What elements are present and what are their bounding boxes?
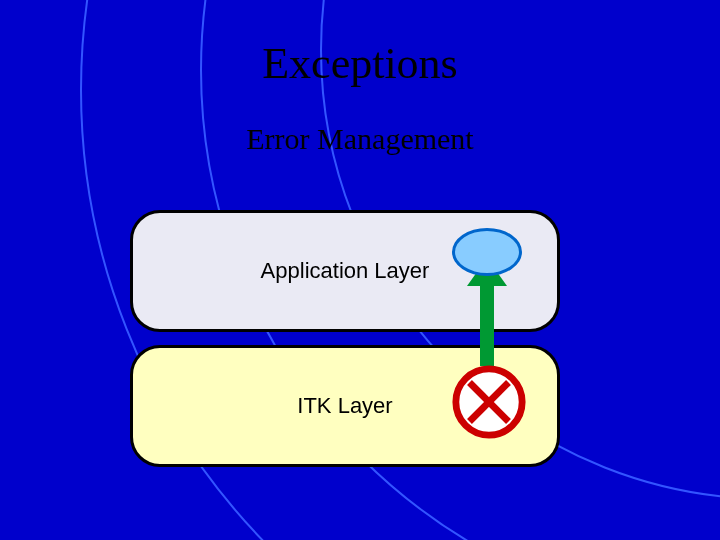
slide-subtitle: Error Management xyxy=(0,122,720,156)
error-x-icon xyxy=(450,363,528,441)
slide-title: Exceptions xyxy=(0,38,720,89)
application-layer-label: Application Layer xyxy=(261,258,430,284)
itk-layer-label: ITK Layer xyxy=(297,393,392,419)
exception-bubble-icon xyxy=(452,228,522,276)
arrow-stem xyxy=(480,276,494,366)
